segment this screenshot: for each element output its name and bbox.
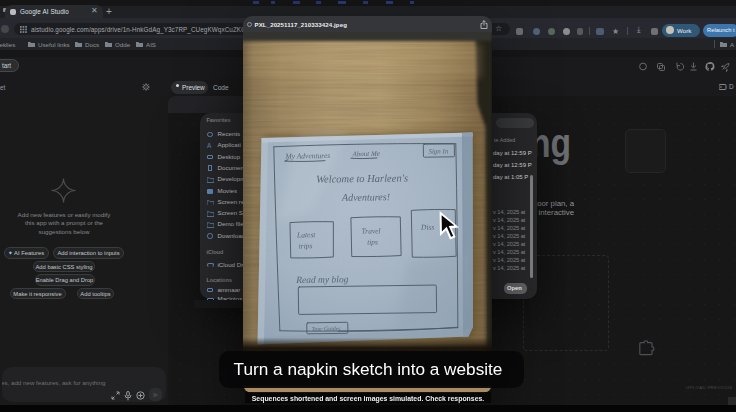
svg-text:About Me: About Me bbox=[351, 149, 380, 157]
svg-text:Travel: Travel bbox=[361, 226, 380, 235]
svg-text:Sign In: Sign In bbox=[428, 147, 449, 155]
svg-text:Welcome to Harleen's: Welcome to Harleen's bbox=[316, 172, 408, 184]
svg-text:Diss: Diss bbox=[420, 222, 435, 231]
svg-text:My Adventures: My Adventures bbox=[284, 151, 330, 161]
svg-text:Adventures!: Adventures! bbox=[341, 191, 390, 203]
svg-text:Latest: Latest bbox=[296, 230, 316, 239]
svg-text:tips: tips bbox=[367, 237, 378, 246]
svg-text:trips: trips bbox=[299, 241, 313, 250]
svg-text:Read my blog: Read my blog bbox=[295, 274, 349, 285]
svg-text:Tour Guides: Tour Guides bbox=[312, 325, 341, 331]
